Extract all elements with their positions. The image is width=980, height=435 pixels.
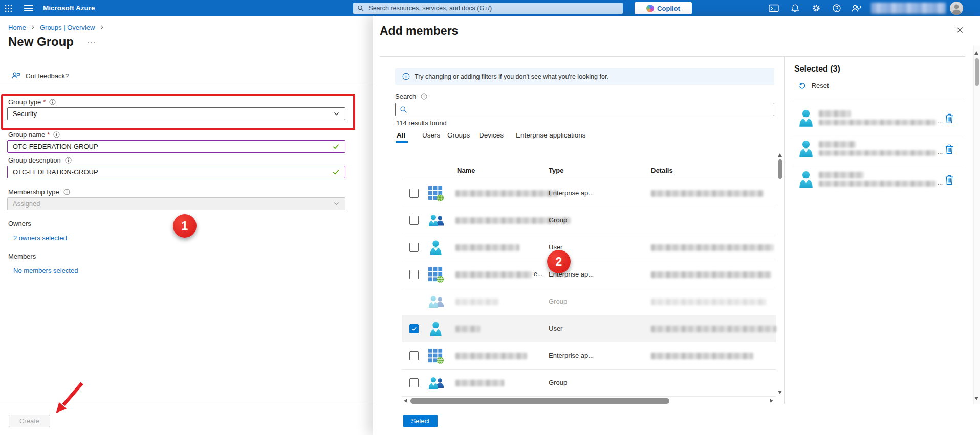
name-truncation: e... bbox=[534, 270, 542, 278]
divider bbox=[0, 85, 373, 85]
divider bbox=[792, 135, 965, 135]
members-label: Members bbox=[8, 253, 36, 260]
chevron-down-icon bbox=[333, 110, 340, 117]
truncation-ellipsis: ... bbox=[938, 148, 943, 155]
help-icon[interactable] bbox=[832, 4, 841, 13]
row-checkbox-checked[interactable] bbox=[409, 324, 419, 333]
row-type: User bbox=[549, 325, 562, 332]
tab-users[interactable]: Users bbox=[422, 131, 440, 139]
group-icon bbox=[427, 212, 444, 229]
row-type: Enterprise ap... bbox=[549, 352, 594, 359]
got-feedback[interactable]: Got feedback? bbox=[11, 72, 69, 80]
annotation-step-2: 2 bbox=[547, 250, 571, 273]
selected-details-redacted bbox=[819, 150, 935, 156]
table-row[interactable]: Group bbox=[402, 207, 776, 234]
details-redacted bbox=[651, 244, 774, 251]
table-row[interactable]: User bbox=[402, 234, 776, 261]
product-title: Microsoft Azure bbox=[43, 4, 95, 12]
owners-selected-link[interactable]: 2 owners selected bbox=[13, 234, 67, 242]
user-icon bbox=[427, 320, 444, 337]
tab-enterprise-applications[interactable]: Enterprise applications bbox=[516, 131, 586, 139]
select-button[interactable]: Select bbox=[403, 415, 438, 427]
copilot-button[interactable]: Copilot bbox=[635, 2, 692, 14]
account-info-redacted bbox=[871, 3, 946, 14]
row-checkbox[interactable] bbox=[409, 351, 419, 360]
chevron-down-icon bbox=[333, 200, 340, 207]
scroll-right-arrow[interactable] bbox=[770, 399, 773, 403]
group-icon bbox=[427, 293, 444, 310]
table-row-selected[interactable]: User bbox=[402, 315, 776, 342]
selected-details-redacted bbox=[819, 120, 935, 125]
members-selected-link[interactable]: No members selected bbox=[13, 267, 78, 274]
enterprise-app-icon bbox=[427, 348, 444, 364]
breadcrumb: Home Groups | Overview bbox=[8, 24, 107, 31]
info-banner: Try changing or adding filters if you do… bbox=[395, 68, 774, 85]
table-row[interactable]: Enterprise ap... bbox=[402, 180, 776, 207]
trash-icon[interactable] bbox=[945, 113, 954, 124]
table-header-divider bbox=[402, 179, 776, 179]
group-description-input[interactable]: OTC-FEDERATION-GROUP bbox=[7, 166, 345, 178]
annotation-arrow bbox=[47, 379, 87, 419]
create-button[interactable]: Create bbox=[9, 415, 50, 427]
scroll-up-arrow[interactable] bbox=[974, 51, 978, 55]
settings-gear-icon[interactable] bbox=[812, 4, 821, 13]
hamburger-menu-icon[interactable] bbox=[24, 4, 34, 12]
name-redacted bbox=[455, 353, 527, 359]
row-type: Enterprise ap... bbox=[549, 189, 594, 197]
reset-button[interactable]: Reset bbox=[798, 82, 829, 89]
user-icon bbox=[427, 239, 444, 256]
feedback-icon[interactable] bbox=[851, 4, 861, 12]
table-row[interactable]: Enterprise ap... bbox=[402, 342, 776, 370]
row-checkbox[interactable] bbox=[409, 243, 419, 252]
scroll-up-arrow[interactable] bbox=[778, 153, 782, 157]
tab-all[interactable]: All bbox=[397, 131, 405, 139]
window-scrollbar-thumb[interactable] bbox=[975, 58, 979, 86]
waffle-icon[interactable] bbox=[4, 4, 13, 13]
notifications-bell-icon[interactable] bbox=[791, 4, 800, 13]
breadcrumb-chevron-icon bbox=[99, 24, 105, 30]
table-row[interactable]: e... Enterprise ap... bbox=[402, 261, 776, 288]
scroll-down-arrow[interactable] bbox=[778, 391, 782, 394]
tab-devices[interactable]: Devices bbox=[479, 131, 504, 139]
trash-icon[interactable] bbox=[945, 144, 954, 154]
page-overflow-menu[interactable]: ··· bbox=[87, 38, 96, 47]
table-row[interactable]: Group bbox=[402, 370, 776, 397]
selected-name-redacted bbox=[819, 141, 856, 148]
cloud-shell-icon[interactable] bbox=[769, 4, 779, 12]
horizontal-scrollbar-thumb[interactable] bbox=[410, 398, 669, 404]
row-checkbox[interactable] bbox=[409, 216, 419, 225]
row-checkbox[interactable] bbox=[409, 378, 419, 387]
window-scrollbar[interactable] bbox=[973, 46, 980, 404]
azure-portal: Microsoft Azure Copilot Home Groups | Ov… bbox=[0, 0, 980, 435]
name-redacted bbox=[455, 244, 519, 251]
required-marker: * bbox=[47, 131, 50, 139]
vertical-scrollbar-thumb[interactable] bbox=[778, 159, 782, 179]
info-icon bbox=[65, 157, 72, 164]
info-icon bbox=[402, 73, 410, 80]
trash-icon[interactable] bbox=[945, 175, 954, 185]
active-tab-underline bbox=[396, 141, 408, 143]
panel-search-input[interactable] bbox=[395, 103, 774, 116]
breadcrumb-parent[interactable]: Groups | Overview bbox=[40, 24, 95, 31]
top-bar: Microsoft Azure Copilot bbox=[0, 0, 980, 16]
name-redacted bbox=[455, 380, 504, 386]
scroll-down-arrow[interactable] bbox=[974, 397, 978, 400]
column-name: Name bbox=[457, 167, 475, 174]
breadcrumb-home[interactable]: Home bbox=[8, 24, 26, 31]
group-icon bbox=[427, 375, 444, 392]
name-redacted bbox=[455, 190, 558, 197]
group-type-select[interactable]: Security bbox=[7, 107, 345, 120]
close-icon[interactable] bbox=[956, 26, 964, 35]
group-name-input[interactable]: OTC-FEDERATION-GROUP bbox=[7, 140, 345, 153]
tab-groups[interactable]: Groups bbox=[447, 131, 470, 139]
row-checkbox[interactable] bbox=[409, 189, 419, 198]
membership-type-label: Membership type bbox=[8, 188, 70, 196]
scroll-left-arrow[interactable] bbox=[404, 399, 407, 403]
avatar[interactable] bbox=[950, 2, 963, 15]
global-search-input[interactable] bbox=[367, 4, 619, 12]
membership-type-select: Assigned bbox=[7, 197, 345, 210]
row-checkbox[interactable] bbox=[409, 270, 419, 279]
enterprise-app-icon bbox=[427, 266, 444, 283]
group-description-label: Group description bbox=[8, 156, 72, 164]
global-search[interactable] bbox=[353, 3, 623, 14]
